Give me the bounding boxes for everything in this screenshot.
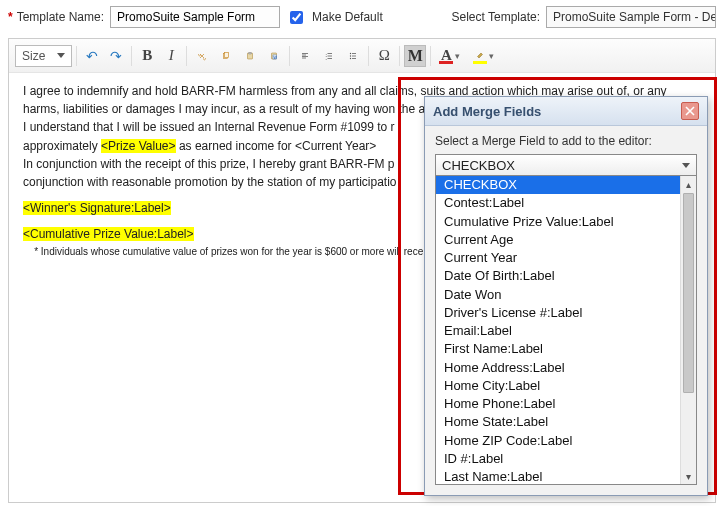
numbered-list-button[interactable]: 123 xyxy=(318,45,340,67)
svg-rect-1 xyxy=(225,52,229,57)
template-name-input[interactable] xyxy=(110,6,280,28)
merge-field-option[interactable]: Last Name:Label xyxy=(436,468,696,485)
scroll-up-button[interactable]: ▴ xyxy=(681,176,696,192)
chevron-down-icon xyxy=(57,53,65,58)
merge-field-option[interactable]: CHECKBOX xyxy=(436,176,696,194)
italic-button[interactable]: I xyxy=(160,45,182,67)
merge-field-option[interactable]: Home ZIP Code:Label xyxy=(436,432,696,450)
svg-rect-3 xyxy=(249,52,252,54)
svg-point-10 xyxy=(350,52,351,53)
redo-button[interactable]: ↷ xyxy=(105,45,127,67)
merge-field-combo[interactable]: CHECKBOX xyxy=(435,154,697,176)
highlight-color-button[interactable] xyxy=(469,45,491,67)
dialog-body: Select a Merge Field to add to the edito… xyxy=(425,126,707,495)
chevron-down-icon xyxy=(682,163,690,168)
paste-word-button[interactable]: W xyxy=(263,45,285,67)
template-name-label: Template Name: xyxy=(17,10,104,24)
merge-field-option[interactable]: Driver's License #:Label xyxy=(436,304,696,322)
svg-point-12 xyxy=(350,57,351,58)
scroll-down-button[interactable]: ▾ xyxy=(681,468,696,484)
paste-button[interactable] xyxy=(239,45,261,67)
scrollbar[interactable]: ▴ ▾ xyxy=(680,176,696,484)
merge-field-option[interactable]: Contest:Label xyxy=(436,194,696,212)
cut-button[interactable] xyxy=(191,45,213,67)
font-size-combo[interactable]: Size xyxy=(15,45,72,67)
close-icon xyxy=(685,106,695,116)
merge-field-option[interactable]: Home State:Label xyxy=(436,413,696,431)
close-button[interactable] xyxy=(681,102,699,120)
merge-field-option[interactable]: Current Age xyxy=(436,231,696,249)
select-template-label: Select Template: xyxy=(452,10,541,24)
merge-field-option[interactable]: Date Won xyxy=(436,286,696,304)
make-default-label: Make Default xyxy=(312,10,383,24)
make-default-checkbox[interactable] xyxy=(290,11,303,24)
merge-field-button[interactable]: M xyxy=(404,45,426,67)
merge-field-option[interactable]: Home Address:Label xyxy=(436,359,696,377)
merge-field-option[interactable]: Cumulative Prize Value:Label xyxy=(436,213,696,231)
select-template-group: Select Template: PromoSuite Sample Form … xyxy=(452,6,717,28)
toolbar-separator xyxy=(131,46,132,66)
merge-fields-dialog: Add Merge Fields Select a Merge Field to… xyxy=(424,96,708,496)
undo-button[interactable]: ↶ xyxy=(81,45,103,67)
dialog-titlebar[interactable]: Add Merge Fields xyxy=(425,97,707,126)
editor-toolbar: Size ↶ ↷ B I W 123 Ω M A ▾ ▾ xyxy=(9,39,715,73)
merge-field-option[interactable]: Email:Label xyxy=(436,322,696,340)
dialog-instruction: Select a Merge Field to add to the edito… xyxy=(435,134,697,148)
bold-button[interactable]: B xyxy=(136,45,158,67)
align-button[interactable] xyxy=(294,45,316,67)
merge-field-option[interactable]: ID #:Label xyxy=(436,450,696,468)
toolbar-separator xyxy=(289,46,290,66)
required-star: * xyxy=(8,10,13,24)
top-bar: * Template Name: Make Default Select Tem… xyxy=(0,0,724,34)
merge-tag-prize-value: <Prize Value> xyxy=(101,139,176,153)
font-color-button[interactable]: A xyxy=(435,45,457,67)
merge-tag-winner-signature: <Winner's Signature:Label> xyxy=(23,201,171,215)
select-template-dropdown[interactable]: PromoSuite Sample Form - Def xyxy=(546,6,716,28)
copy-button[interactable] xyxy=(215,45,237,67)
special-char-button[interactable]: Ω xyxy=(373,45,395,67)
toolbar-separator xyxy=(399,46,400,66)
merge-field-option[interactable]: Home Phone:Label xyxy=(436,395,696,413)
select-template-value: PromoSuite Sample Form - Def xyxy=(553,10,716,24)
merge-field-listbox[interactable]: CHECKBOXContest:LabelCumulative Prize Va… xyxy=(435,176,697,485)
merge-field-option[interactable]: Home City:Label xyxy=(436,377,696,395)
scroll-thumb[interactable] xyxy=(683,193,694,393)
merge-field-option[interactable]: Date Of Birth:Label xyxy=(436,267,696,285)
svg-text:W: W xyxy=(274,55,278,59)
merge-tag-cumulative-prize: <Cumulative Prize Value:Label> xyxy=(23,227,194,241)
dialog-title-text: Add Merge Fields xyxy=(433,104,541,119)
toolbar-separator xyxy=(430,46,431,66)
toolbar-separator xyxy=(186,46,187,66)
merge-field-option[interactable]: Current Year xyxy=(436,249,696,267)
bullet-list-button[interactable] xyxy=(342,45,364,67)
toolbar-separator xyxy=(368,46,369,66)
toolbar-separator xyxy=(76,46,77,66)
merge-field-option[interactable]: First Name:Label xyxy=(436,340,696,358)
combo-value: CHECKBOX xyxy=(442,158,515,173)
svg-text:3: 3 xyxy=(326,57,328,60)
svg-point-11 xyxy=(350,55,351,56)
font-size-label: Size xyxy=(22,49,45,63)
